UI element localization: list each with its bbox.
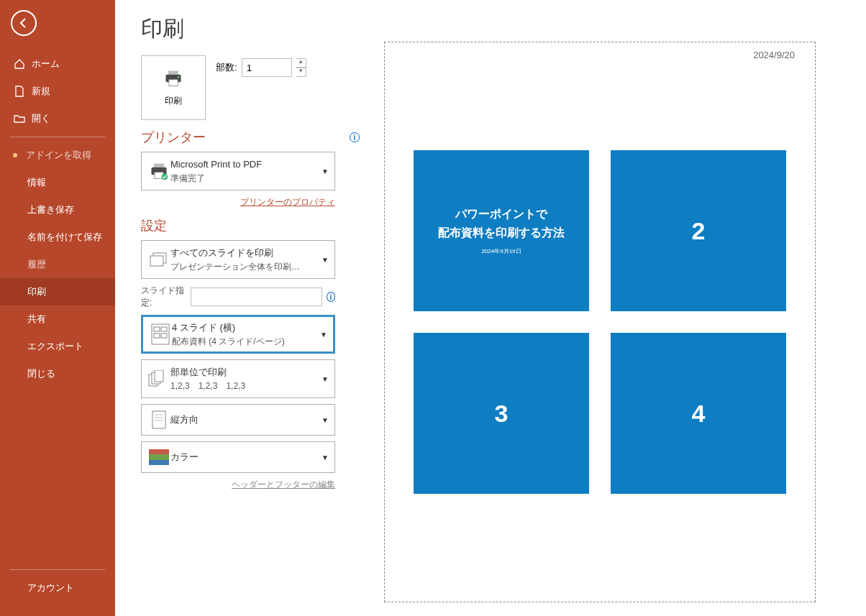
sidebar-label: アドインを取得 xyxy=(26,149,91,162)
chevron-down-icon: ▼ xyxy=(322,454,329,461)
open-folder-icon xyxy=(13,113,26,124)
layout-line1: 4 スライド (横) xyxy=(172,321,327,335)
printer-status: 準備完了 xyxy=(170,172,329,185)
print-settings-column: 印刷 印刷 部数: ▲ ▼ プリンター xyxy=(115,0,360,616)
sidebar-label: 新規 xyxy=(32,85,50,98)
printer-status-icon xyxy=(147,161,170,181)
back-arrow-icon xyxy=(18,17,29,29)
svg-rect-18 xyxy=(152,411,165,428)
print-range-dropdown[interactable]: すべてのスライドを印刷 プレゼンテーション全体を印刷… ▼ xyxy=(141,240,335,279)
sidebar-separator xyxy=(10,137,105,137)
portrait-icon xyxy=(147,410,170,430)
sidebar-item-addins[interactable]: アドインを取得 xyxy=(0,142,115,169)
chevron-down-icon: ▼ xyxy=(322,256,329,264)
color-icon xyxy=(147,449,170,465)
slide-thumb-3: 3 xyxy=(414,333,589,494)
addin-dot-icon xyxy=(13,153,17,157)
header-footer-link[interactable]: ヘッダーとフッターの編集 xyxy=(232,479,335,489)
sidebar-label: 情報 xyxy=(27,176,46,189)
main-content: 印刷 印刷 部数: ▲ ▼ プリンター xyxy=(115,0,866,616)
orientation-dropdown[interactable]: 縦方向 ▼ xyxy=(141,404,335,436)
chevron-down-icon: ▼ xyxy=(322,167,329,175)
settings-heading-text: 設定 xyxy=(141,217,167,234)
sidebar-item-saveas[interactable]: 名前を付けて保存 xyxy=(0,224,115,251)
printer-section-heading: プリンター i xyxy=(141,129,360,146)
slide1-sub: 2024年9月19日 xyxy=(481,247,521,257)
print-range-line1: すべてのスライドを印刷 xyxy=(170,246,329,260)
print-button[interactable]: 印刷 xyxy=(141,55,206,120)
chevron-down-icon: ▼ xyxy=(322,375,329,383)
slide-thumb-4: 4 xyxy=(611,333,786,494)
sidebar-label: 履歴 xyxy=(27,258,46,271)
slide-thumb-1: パワーポイントで 配布資料を印刷する方法 2024年9月19日 xyxy=(414,150,589,311)
sidebar-item-home[interactable]: ホーム xyxy=(0,50,115,78)
handout-4-icon xyxy=(149,323,172,345)
svg-rect-17 xyxy=(155,370,163,382)
sidebar-item-print[interactable]: 印刷 xyxy=(0,278,115,305)
svg-rect-0 xyxy=(168,71,178,75)
slide-spec-input[interactable] xyxy=(191,288,322,306)
sidebar-label: 共有 xyxy=(27,313,46,326)
printer-dropdown[interactable]: Microsoft Print to PDF 準備完了 ▼ xyxy=(141,152,335,190)
collate-dropdown[interactable]: 部単位で印刷 1,2,3 1,2,3 1,2,3 ▼ xyxy=(141,359,335,398)
slide1-line2: 配布資料を印刷する方法 xyxy=(438,224,565,242)
sidebar-item-share[interactable]: 共有 xyxy=(0,305,115,333)
chevron-down-icon: ▼ xyxy=(320,331,327,339)
new-file-icon xyxy=(13,86,26,97)
sidebar-item-close[interactable]: 閉じる xyxy=(0,360,115,387)
sidebar-label: 印刷 xyxy=(27,285,46,298)
sidebar-label: 閉じる xyxy=(27,367,55,380)
svg-rect-2 xyxy=(169,80,178,86)
svg-rect-9 xyxy=(150,256,163,266)
sidebar-item-save[interactable]: 上書き保存 xyxy=(0,196,115,224)
orientation-line1: 縦方向 xyxy=(170,413,329,427)
copies-spinner[interactable]: ▲ ▼ xyxy=(296,58,306,77)
backstage-sidebar: ホーム 新規 開く アドインを取得 情報 上書き保存 名前を付けて保存 履歴 印… xyxy=(0,0,115,616)
slide-spec-label: スライド指定: xyxy=(141,285,186,309)
preview-date: 2024/9/20 xyxy=(753,50,795,60)
page-title: 印刷 xyxy=(141,14,360,44)
spinner-up-icon[interactable]: ▲ xyxy=(296,58,306,68)
slide-thumb-2: 2 xyxy=(611,150,786,311)
copies-label: 部数: xyxy=(216,61,237,74)
sidebar-item-info[interactable]: 情報 xyxy=(0,169,115,196)
collate-icon xyxy=(147,370,170,387)
sidebar-label: 名前を付けて保存 xyxy=(27,231,102,244)
printer-properties-link[interactable]: プリンターのプロパティ xyxy=(240,197,335,207)
spinner-down-icon[interactable]: ▼ xyxy=(296,68,306,77)
layout-dropdown[interactable]: 4 スライド (横) 配布資料 (4 スライド/ページ) ▼ xyxy=(141,315,335,354)
sidebar-item-open[interactable]: 開く xyxy=(0,105,115,132)
printer-name: Microsoft Print to PDF xyxy=(170,157,329,172)
sidebar-item-account[interactable]: アカウント xyxy=(0,574,115,602)
svg-point-3 xyxy=(178,76,180,78)
print-range-line2: プレゼンテーション全体を印刷… xyxy=(170,260,329,273)
info-icon[interactable]: i xyxy=(327,292,335,302)
svg-rect-4 xyxy=(154,164,164,167)
sidebar-label: 上書き保存 xyxy=(27,203,74,216)
collate-line2: 1,2,3 1,2,3 1,2,3 xyxy=(170,380,329,392)
print-preview: 2024/9/20 パワーポイントで 配布資料を印刷する方法 2024年9月19… xyxy=(360,0,866,616)
sidebar-separator xyxy=(10,569,105,570)
sidebar-label: エクスポート xyxy=(27,340,83,353)
collate-line1: 部単位で印刷 xyxy=(170,365,329,380)
layout-line2: 配布資料 (4 スライド/ページ) xyxy=(172,335,327,348)
color-dropdown[interactable]: カラー ▼ xyxy=(141,441,335,473)
color-line1: カラー xyxy=(170,450,329,464)
sidebar-item-history[interactable]: 履歴 xyxy=(0,251,115,278)
info-icon[interactable]: i xyxy=(350,132,360,142)
back-button[interactable] xyxy=(11,10,37,36)
copies-input[interactable] xyxy=(242,58,292,77)
chevron-down-icon: ▼ xyxy=(322,416,329,424)
sidebar-item-new[interactable]: 新規 xyxy=(0,78,115,105)
sidebar-item-export[interactable]: エクスポート xyxy=(0,333,115,360)
sidebar-label: ホーム xyxy=(32,58,60,70)
sidebar-label: 開く xyxy=(32,112,50,125)
print-button-label: 印刷 xyxy=(165,95,182,107)
printer-heading-text: プリンター xyxy=(141,129,206,146)
home-icon xyxy=(13,58,26,70)
slide1-line1: パワーポイントで xyxy=(455,205,547,224)
slides-icon xyxy=(147,252,170,267)
settings-section-heading: 設定 xyxy=(141,217,360,234)
preview-page: 2024/9/20 パワーポイントで 配布資料を印刷する方法 2024年9月19… xyxy=(384,42,816,602)
sidebar-label: アカウント xyxy=(27,581,74,594)
